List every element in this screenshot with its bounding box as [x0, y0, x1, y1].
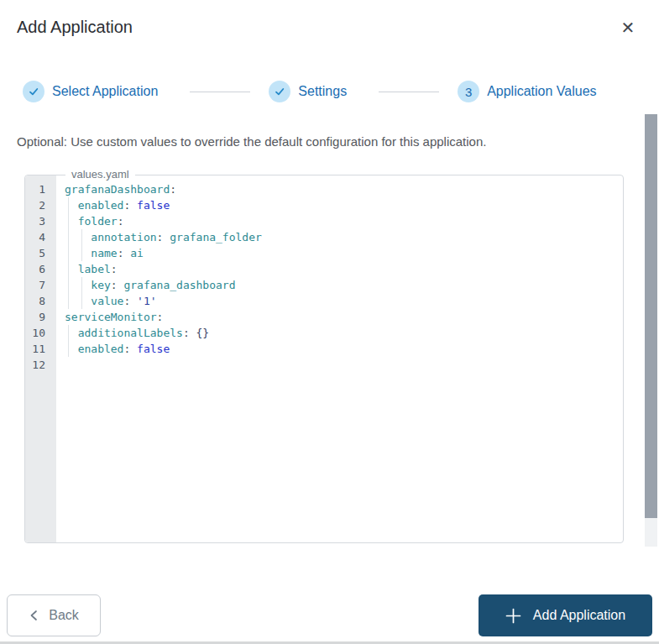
line-number: 10 — [25, 325, 56, 341]
step-number-badge: 3 — [458, 81, 479, 102]
indent-guide — [68, 261, 69, 277]
editor-body[interactable]: 123456789101112 grafanaDashboard: enable… — [25, 175, 623, 542]
code-token-key: label — [78, 263, 111, 275]
code-token-key: enabled — [78, 199, 124, 212]
code-token-key: value — [91, 295, 123, 307]
code-token-key: annotation — [91, 231, 156, 243]
code-line[interactable]: name: ai — [56, 245, 623, 261]
line-number: 1 — [25, 181, 56, 197]
indent-guide — [81, 229, 82, 245]
indent-guide — [68, 341, 69, 357]
line-number: 11 — [25, 341, 56, 357]
code-line[interactable]: serviceMonitor: — [56, 309, 623, 325]
plus-icon — [505, 608, 521, 624]
code-token-val: grafana_dashboard — [118, 279, 236, 291]
code-token-val: ai — [123, 247, 143, 259]
code-line[interactable]: key: grafana_dashboard — [56, 277, 623, 293]
step-select-application[interactable]: Select Application — [23, 81, 158, 102]
back-button[interactable]: Back — [7, 594, 101, 636]
editor-filename-label: values.yaml — [65, 168, 135, 181]
indent-guide — [81, 277, 82, 293]
code-token-key: folder — [78, 215, 118, 228]
close-icon[interactable]: ✕ — [617, 17, 639, 39]
code-line[interactable]: additionalLabels: {} — [56, 325, 623, 341]
step-label: Application Values — [487, 84, 596, 99]
step-complete-check-icon — [269, 81, 290, 102]
code-token-bool: false — [130, 199, 170, 212]
code-line[interactable] — [56, 357, 623, 373]
code-token-bool: false — [130, 343, 170, 355]
indent-guide — [68, 213, 69, 229]
page-title: Add Application — [17, 18, 133, 37]
line-number: 7 — [25, 277, 56, 293]
indent-guide — [68, 293, 69, 309]
scrollbar-thumb[interactable] — [645, 114, 657, 518]
code-token-punc: : — [183, 327, 190, 339]
indent-guide — [68, 277, 69, 293]
line-number: 6 — [25, 261, 56, 277]
chevron-left-icon — [29, 610, 39, 621]
code-token-key: key — [91, 279, 110, 291]
line-number: 12 — [25, 357, 56, 373]
step-application-values[interactable]: 3Application Values — [458, 81, 596, 102]
code-token-punc: : — [157, 311, 164, 323]
code-token-key: enabled — [78, 343, 124, 355]
code-token-key: name — [91, 247, 117, 259]
code-line[interactable]: folder: — [56, 213, 623, 229]
indent-guide — [81, 245, 82, 261]
step-settings[interactable]: Settings — [269, 81, 347, 102]
code-line[interactable]: grafanaDashboard: — [56, 181, 623, 197]
code-token-punc: : — [118, 215, 124, 228]
indent-guide — [68, 325, 69, 341]
add-application-button[interactable]: Add Application — [479, 594, 652, 636]
code-token-obj: {} — [190, 327, 209, 339]
code-token-punc: : — [111, 279, 118, 291]
code-token-key: additionalLabels — [78, 327, 183, 339]
code-line[interactable]: enabled: false — [56, 197, 623, 213]
back-button-label: Back — [49, 608, 79, 623]
code-token-str: '1' — [130, 295, 156, 307]
indent-guide — [68, 229, 69, 245]
optional-hint: Optional: Use custom values to override … — [17, 134, 486, 149]
line-number: 9 — [25, 309, 56, 325]
indent-guide — [81, 293, 82, 309]
line-number: 4 — [25, 229, 56, 245]
code-area[interactable]: grafanaDashboard: enabled: false folder:… — [56, 175, 623, 542]
line-number: 5 — [25, 245, 56, 261]
code-line[interactable]: label: — [56, 261, 623, 277]
scrollbar-track[interactable] — [645, 114, 657, 547]
code-line[interactable]: value: '1' — [56, 293, 623, 309]
add-application-button-label: Add Application — [533, 608, 625, 623]
code-token-key: grafanaDashboard — [65, 183, 170, 196]
step-number: 3 — [465, 85, 472, 99]
step-connector — [190, 92, 250, 92]
step-label: Select Application — [52, 84, 158, 99]
step-connector — [379, 92, 439, 92]
indent-guide — [68, 245, 69, 261]
code-line[interactable]: annotation: grafana_folder — [56, 229, 623, 245]
indent-guide — [68, 197, 69, 213]
step-complete-check-icon — [23, 81, 44, 102]
line-number: 2 — [25, 197, 56, 213]
add-application-modal: Add Application ✕ Select ApplicationSett… — [0, 0, 659, 644]
step-label: Settings — [298, 84, 347, 99]
values-yaml-editor[interactable]: values.yaml 123456789101112 grafanaDashb… — [24, 175, 624, 543]
line-number: 8 — [25, 293, 56, 309]
stepper: Select ApplicationSettings3Application V… — [23, 81, 642, 102]
code-token-punc: : — [111, 263, 118, 275]
code-line[interactable]: enabled: false — [56, 341, 623, 357]
code-token-punc: : — [170, 183, 176, 196]
code-token-key: serviceMonitor — [65, 311, 157, 323]
code-token-val: grafana_folder — [163, 231, 261, 243]
line-number-gutter: 123456789101112 — [25, 175, 56, 542]
line-number: 3 — [25, 213, 56, 229]
